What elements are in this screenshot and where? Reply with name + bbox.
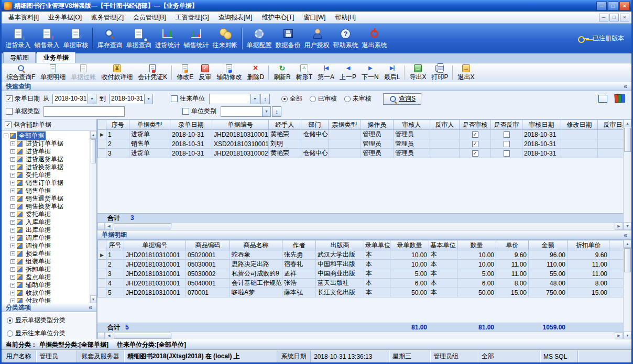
cell[interactable]: 750.00: [529, 288, 567, 297]
cell[interactable]: 10.00: [457, 260, 496, 269]
expand-icon[interactable]: +: [10, 228, 15, 233]
cell[interactable]: 藤本弘: [282, 288, 316, 297]
cell[interactable]: 50.00: [457, 288, 496, 297]
column-header[interactable]: 商品名称: [230, 240, 282, 250]
collapse-icon[interactable]: «: [89, 304, 92, 311]
cell[interactable]: JHD201810310001: [124, 260, 186, 269]
tree-item[interactable]: +损益单据: [2, 250, 90, 258]
maximize-button[interactable]: □: [608, 2, 618, 10]
column-header[interactable]: 是否审核: [460, 120, 491, 130]
cell[interactable]: 2018-10-31: [522, 139, 561, 149]
cell[interactable]: [598, 149, 624, 158]
mdi-minimize-button[interactable]: ─: [599, 14, 608, 21]
next-button[interactable]: ▶下一N: [359, 64, 381, 82]
scroll-down-icon[interactable]: ▼: [90, 295, 96, 303]
column-header[interactable]: 审核人: [394, 120, 430, 130]
cell[interactable]: 10.00: [390, 260, 429, 269]
cell[interactable]: 11.00: [567, 260, 609, 269]
mdi-close-button[interactable]: ×: [620, 14, 629, 21]
books-icon[interactable]: [615, 95, 624, 103]
scrollbar-track[interactable]: [172, 223, 615, 230]
doc-query-button[interactable]: 单据查询: [124, 25, 153, 52]
table-row[interactable]: 5JHD201810310001070001哆啦A梦藤本弘长江文化出版本50.0…: [98, 288, 624, 297]
expand-icon[interactable]: +: [10, 267, 15, 272]
tree-item[interactable]: +付款单据: [2, 297, 90, 303]
cell[interactable]: 中国商业出版: [316, 269, 364, 279]
cell[interactable]: ✓: [460, 139, 491, 149]
scroll-right-icon[interactable]: ▶: [615, 223, 623, 230]
cell[interactable]: 本: [429, 288, 457, 297]
column-header[interactable]: 数量: [457, 240, 496, 250]
cell[interactable]: 2018-10-31: [522, 149, 561, 158]
table-row[interactable]: 2JHD20181031000105030001思路决定出路宿春礼中国和平出版本…: [98, 260, 624, 269]
doc-audit-button[interactable]: ✓单据审核: [61, 25, 90, 52]
tree-item[interactable]: +拆卸单据: [2, 266, 90, 273]
payment-button[interactable]: ¥收付款详细: [99, 64, 135, 82]
cell[interactable]: [561, 149, 598, 158]
column-header[interactable]: 单价: [496, 240, 529, 250]
detail-doc-button[interactable]: 单据明细: [38, 64, 68, 82]
chevron-down-icon[interactable]: ▼: [250, 94, 259, 104]
cell[interactable]: 2: [106, 260, 124, 269]
cell[interactable]: 宿春礼: [282, 260, 316, 269]
expand-icon[interactable]: -: [4, 134, 8, 138]
scroll-down-icon[interactable]: ▼: [624, 222, 631, 230]
table-row[interactable]: 3JHD20181031000105030002私营公司成败的9孟祥中国商业出版…: [98, 269, 624, 279]
cell[interactable]: [329, 149, 361, 158]
expand-icon[interactable]: +: [10, 149, 15, 154]
cell[interactable]: 48.00: [529, 279, 567, 288]
cell[interactable]: [329, 130, 361, 139]
cell[interactable]: [561, 130, 598, 139]
cell[interactable]: 2018-10-31: [170, 149, 212, 158]
cell[interactable]: 蓝天出版社: [316, 279, 364, 288]
tree-item[interactable]: +调价单据: [2, 242, 90, 250]
partner-browse-button[interactable]: ↕: [260, 94, 270, 104]
expand-icon[interactable]: +: [10, 291, 15, 295]
tree-item[interactable]: +委托单据: [2, 211, 90, 218]
cell[interactable]: 本: [364, 269, 390, 279]
column-header[interactable]: 作者: [282, 240, 316, 250]
cell[interactable]: [561, 139, 598, 149]
menu-item[interactable]: 基本资料[I]: [4, 12, 43, 24]
cell[interactable]: 管理员: [361, 139, 394, 149]
detail-vscrollbar[interactable]: ▲ ▼: [623, 240, 631, 339]
cell[interactable]: [598, 130, 624, 139]
column-header[interactable]: 经手人: [269, 120, 301, 130]
cell[interactable]: 5.00: [390, 269, 429, 279]
tree-item[interactable]: +出库单据: [2, 226, 90, 234]
cell[interactable]: 本: [429, 260, 457, 269]
cell[interactable]: 进货单: [129, 149, 170, 158]
row-selector[interactable]: [98, 260, 106, 269]
cell[interactable]: 11.00: [496, 269, 529, 279]
cell[interactable]: 96.00: [529, 250, 567, 260]
row-selector[interactable]: [98, 149, 106, 158]
scrollbar-track[interactable]: [624, 152, 631, 222]
cell[interactable]: 2018-10-31: [170, 139, 212, 149]
aux-edit-button[interactable]: 辅助修改: [214, 64, 244, 82]
tree-scrollbar[interactable]: ▲ ▼: [90, 131, 96, 303]
cell[interactable]: 本: [364, 279, 390, 288]
row-selector[interactable]: [98, 279, 106, 288]
cell[interactable]: JHD201810310001: [124, 288, 186, 297]
cell[interactable]: 本: [429, 250, 457, 260]
purchase-stats-button[interactable]: 进货统计: [153, 25, 182, 52]
reconcile-button[interactable]: 往来对帐: [211, 25, 239, 52]
date-filter-checkbox[interactable]: ✓ 录单日期: [6, 94, 40, 103]
cell[interactable]: [430, 130, 460, 139]
table-row[interactable]: 2销售单2018-10-31XSD201810310001刘明管理员管理员✓✓2…: [98, 139, 624, 149]
cell[interactable]: 2: [106, 139, 129, 149]
cell[interactable]: 8.00: [496, 279, 529, 288]
cell[interactable]: 8.00: [567, 279, 609, 288]
cell[interactable]: 仓储中心: [301, 130, 329, 139]
chevron-down-icon[interactable]: ▼: [88, 94, 96, 104]
expand-icon[interactable]: +: [10, 283, 15, 288]
cell[interactable]: 15.00: [496, 288, 529, 297]
cell[interactable]: 私营公司成败的9: [230, 269, 282, 279]
collapse-icon[interactable]: «: [624, 83, 627, 90]
expand-icon[interactable]: +: [10, 259, 15, 264]
detail-hscrollbar[interactable]: ◀ ▶: [97, 332, 623, 339]
expand-icon[interactable]: +: [10, 141, 15, 146]
cell[interactable]: 本: [429, 279, 457, 288]
unaudit-button[interactable]: ✓反审: [196, 64, 214, 82]
scrollbar-track[interactable]: [624, 273, 631, 332]
